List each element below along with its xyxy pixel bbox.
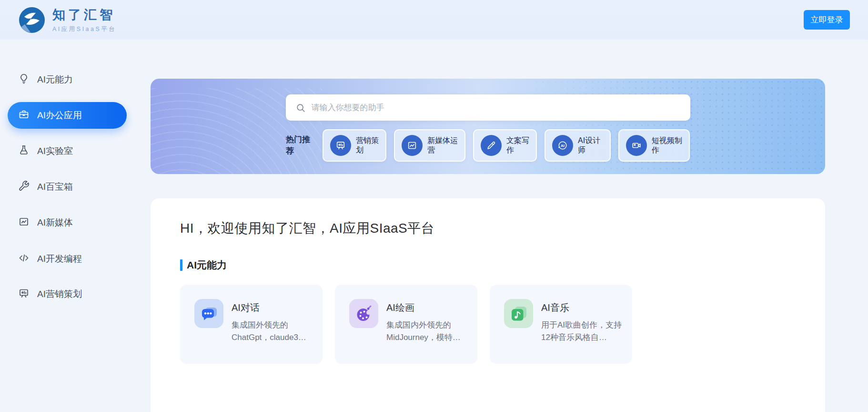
chip-ai-designer[interactable]: AI AI设计师 <box>545 129 611 162</box>
section-title: AI元能力 <box>187 258 227 272</box>
chip-label: 营销策划 <box>356 136 379 155</box>
code-icon <box>18 252 30 266</box>
palette-icon <box>349 299 378 328</box>
sidebar-item-label: AI实验室 <box>37 145 73 157</box>
sidebar-item-label: AI新媒体 <box>37 216 73 229</box>
chip-label: 新媒体运营 <box>427 136 458 155</box>
welcome-heading: HI，欢迎使用知了汇智，AI应用SIaaS平台 <box>180 219 796 237</box>
chat-icon <box>194 299 223 328</box>
hot-recommend-row: 热门推荐 营销策划 新媒体运营 <box>286 129 825 162</box>
search-icon <box>295 103 306 113</box>
pen-icon <box>481 135 502 156</box>
sidebar-item-ai-lab[interactable]: AI实验室 <box>8 138 127 165</box>
bulb-icon <box>18 73 30 87</box>
sidebar-item-ai-marketing[interactable]: AI营销策划 <box>8 281 127 308</box>
svg-text:AI: AI <box>561 144 565 148</box>
main-content: HI，欢迎使用知了汇智，AI应用SIaaS平台 AI元能力 AI对话 集成国外领… <box>151 198 825 412</box>
chip-marketing-planning[interactable]: 营销策划 <box>323 129 386 162</box>
card-title: AI对话 <box>232 301 313 314</box>
hot-recommend-label: 热门推荐 <box>286 134 310 157</box>
section-accent-bar <box>180 259 182 271</box>
sidebar-item-label: AI百宝箱 <box>37 181 73 193</box>
card-ai-painting[interactable]: AI绘画 集成国内外领先的MidJourney，模特… <box>335 285 477 364</box>
sidebar-item-label: AI开发编程 <box>37 253 82 265</box>
media-icon <box>402 135 423 156</box>
chip-new-media-operation[interactable]: 新媒体运营 <box>394 129 465 162</box>
wrench-icon <box>18 180 30 194</box>
brand-logo-icon <box>18 6 46 34</box>
app-header: 知了汇智 AI应用SIaaS平台 立即登录 <box>0 0 868 40</box>
sidebar-item-ai-coding[interactable]: AI开发编程 <box>8 246 127 272</box>
sidebar-item-ai-office[interactable]: AI办公应用 <box>8 102 127 129</box>
sidebar-item-label: AI元能力 <box>37 73 73 86</box>
brand-subtitle: AI应用SIaaS平台 <box>52 25 116 33</box>
chip-short-video[interactable]: 短视频制作 <box>618 129 690 162</box>
card-title: AI绘画 <box>386 301 467 314</box>
sidebar-item-ai-media[interactable]: AI新媒体 <box>8 209 127 236</box>
music-icon <box>504 299 533 328</box>
brand-title: 知了汇智 <box>52 6 116 23</box>
card-ai-chat[interactable]: AI对话 集成国外领先的ChatGpt，claude3… <box>180 285 323 364</box>
chip-label: 文案写作 <box>506 136 529 155</box>
sidebar-item-label: AI营销策划 <box>37 288 82 300</box>
video-icon <box>626 135 647 156</box>
sidebar-item-ai-toolbox[interactable]: AI百宝箱 <box>8 174 127 200</box>
login-button[interactable]: 立即登录 <box>804 10 850 30</box>
brand[interactable]: 知了汇智 AI应用SIaaS平台 <box>18 6 116 34</box>
assistant-search[interactable] <box>286 94 690 121</box>
sidebar-item-ai-core[interactable]: AI元能力 <box>8 66 127 93</box>
flask-icon <box>18 144 30 158</box>
search-input[interactable] <box>312 103 681 113</box>
chip-label: 短视频制作 <box>652 136 682 155</box>
section-header: AI元能力 <box>180 258 796 272</box>
card-description: 用于AI歌曲创作，支持12种音乐风格自… <box>541 319 622 344</box>
ai-designer-icon: AI <box>552 135 573 156</box>
card-title: AI音乐 <box>541 301 622 314</box>
sidebar-item-label: AI办公应用 <box>37 109 82 122</box>
ability-cards-row: AI对话 集成国外领先的ChatGpt，claude3… <box>180 285 796 364</box>
chip-label: AI设计师 <box>578 136 603 155</box>
hero-banner: 热门推荐 营销策划 新媒体运营 <box>151 79 825 174</box>
card-description: 集成国外领先的ChatGpt，claude3… <box>232 319 313 344</box>
briefcase-icon <box>18 109 30 123</box>
presentation-icon <box>18 288 30 301</box>
card-ai-music[interactable]: AI音乐 用于AI歌曲创作，支持12种音乐风格自… <box>490 285 632 364</box>
card-description: 集成国内外领先的MidJourney，模特… <box>386 319 467 344</box>
presentation-icon <box>330 135 351 156</box>
media-icon <box>18 216 30 230</box>
chip-copywriting[interactable]: 文案写作 <box>473 129 537 162</box>
